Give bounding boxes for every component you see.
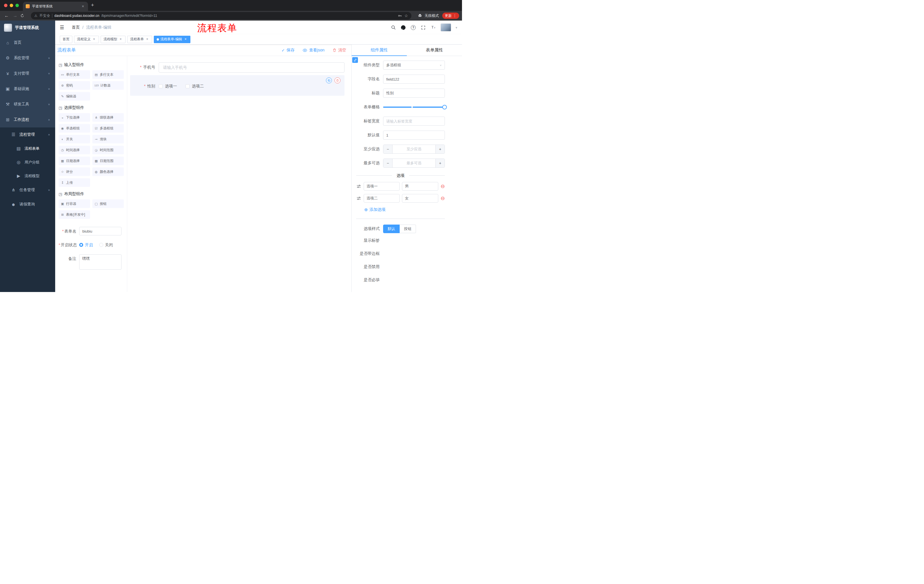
- form-canvas[interactable]: * 手机号: [127, 56, 351, 292]
- sidebar-logo[interactable]: 芋道管理系统: [0, 21, 55, 35]
- sidebar-item-task-management[interactable]: ⋔ 任务管理 ∨: [0, 183, 55, 197]
- security-label[interactable]: 不安全: [40, 13, 50, 18]
- option-value-input[interactable]: [402, 194, 438, 202]
- style-button-button[interactable]: 按钮: [400, 225, 416, 233]
- palette-item-time-picker[interactable]: ◷ 时间选择: [59, 146, 90, 154]
- tag-process-definition[interactable]: 流程定义 ×: [74, 36, 99, 43]
- palette-item-radio-group[interactable]: ◉ 单选框组: [59, 124, 90, 133]
- max-select-placeholder[interactable]: 最多可选: [393, 159, 436, 168]
- breadcrumb-home[interactable]: 首页: [72, 25, 80, 30]
- field-name-input[interactable]: [383, 74, 445, 84]
- add-option-button[interactable]: ⊕ 添加选项: [364, 207, 445, 212]
- radio-open[interactable]: 开启: [79, 240, 93, 249]
- chevron-down-icon[interactable]: ∨: [455, 26, 457, 29]
- palette-item-slider[interactable]: ⊸ 滑块: [92, 135, 124, 143]
- hamburger-icon[interactable]: ☰: [60, 25, 67, 31]
- browser-tab[interactable]: 芋道管理系统 ×: [23, 2, 88, 11]
- checkbox-option-1[interactable]: 选项一: [159, 84, 177, 89]
- sidebar-item-user-group[interactable]: ◎ 用户分组: [0, 155, 55, 169]
- copy-widget-button[interactable]: [326, 77, 332, 84]
- palette-item-select[interactable]: ◒ 下拉选择: [59, 113, 90, 122]
- tag-process-form[interactable]: 流程表单 ×: [127, 36, 152, 43]
- decrement-button[interactable]: −: [383, 145, 393, 153]
- tag-close-icon[interactable]: ×: [119, 38, 123, 41]
- drag-handle-icon[interactable]: [356, 184, 361, 189]
- save-button[interactable]: ✓ 保存: [282, 48, 295, 53]
- forward-icon[interactable]: →: [12, 13, 19, 18]
- tag-process-form-edit[interactable]: 流程表单-编辑 ×: [154, 36, 190, 43]
- label-width-input[interactable]: [383, 117, 445, 126]
- search-icon[interactable]: [391, 25, 396, 30]
- sidebar-item-process-management[interactable]: ☰ 流程管理 ∧: [0, 127, 55, 142]
- sidebar-item-leave-query[interactable]: ☻ 请假查询: [0, 197, 55, 211]
- tag-close-icon[interactable]: ×: [92, 38, 96, 41]
- option-label-input[interactable]: [364, 194, 400, 202]
- drag-handle-icon[interactable]: [356, 196, 361, 201]
- palette-item-single-line-text[interactable]: ▭ 单行文本: [59, 70, 90, 79]
- link-button[interactable]: [352, 57, 358, 63]
- palette-item-time-range[interactable]: ◶ 时间范围: [92, 146, 124, 154]
- palette-item-checkbox-group[interactable]: ☑ 多选框组: [92, 124, 124, 133]
- grid-slider[interactable]: [383, 102, 445, 112]
- option-value-input[interactable]: [402, 182, 438, 191]
- palette-item-editor[interactable]: ✎ 编辑器: [59, 92, 90, 100]
- title-input[interactable]: [383, 89, 445, 98]
- increment-button[interactable]: +: [436, 159, 445, 168]
- increment-button[interactable]: +: [436, 145, 445, 153]
- palette-item-password[interactable]: ⊛ 密码: [59, 81, 90, 90]
- minimize-window-button[interactable]: [10, 4, 13, 7]
- palette-item-multi-line-text[interactable]: ▤ 多行文本: [92, 70, 124, 79]
- sidebar-item-devtools[interactable]: ⚒ 研发工具 ∨: [0, 97, 55, 112]
- sidebar-item-process-form[interactable]: ▤ 流程表单: [0, 142, 55, 155]
- sidebar-item-payment[interactable]: ¥ 支付管理 ∨: [0, 66, 55, 81]
- view-json-button[interactable]: 查看json: [302, 48, 325, 53]
- tag-home[interactable]: 首页: [60, 36, 72, 43]
- palette-item-table[interactable]: ⊞ 表格[开发中]: [59, 210, 90, 219]
- tag-close-icon[interactable]: ×: [183, 38, 188, 41]
- github-icon[interactable]: [401, 25, 406, 30]
- canvas-field-gender-selected[interactable]: * 性别 选项一 选项二: [130, 75, 345, 96]
- delete-widget-button[interactable]: [335, 77, 340, 84]
- palette-item-date-picker[interactable]: ▦ 日期选择: [59, 156, 90, 165]
- palette-item-counter[interactable]: 123 计数器: [92, 81, 124, 90]
- new-tab-button[interactable]: +: [91, 2, 94, 9]
- password-key-icon[interactable]: [398, 13, 402, 18]
- avatar[interactable]: [441, 23, 451, 31]
- component-type-select[interactable]: 多选框组 ∨: [383, 61, 445, 70]
- min-select-placeholder[interactable]: 至少应选: [393, 145, 436, 153]
- palette-item-switch[interactable]: ◐ 开关: [59, 135, 90, 143]
- phone-input[interactable]: [159, 62, 345, 72]
- sidebar-item-process-model[interactable]: ▶ 流程模型: [0, 169, 55, 183]
- tag-process-model[interactable]: 流程模型 ×: [101, 36, 125, 43]
- radio-closed[interactable]: 关闭: [99, 240, 113, 249]
- palette-item-upload[interactable]: ↥ 上传: [59, 178, 90, 187]
- address-bar[interactable]: ⚠ 不安全 dashboard.yudao.iocoder.cn /bpm/ma…: [31, 12, 411, 20]
- bookmark-star-icon[interactable]: ☆: [404, 13, 408, 18]
- remove-option-icon[interactable]: ⊖: [441, 184, 445, 189]
- browser-menu-icon[interactable]: ⋮: [453, 14, 457, 18]
- sidebar-item-infrastructure[interactable]: ▣ 基础设施 ∨: [0, 81, 55, 97]
- help-icon[interactable]: ?: [411, 25, 416, 30]
- close-window-button[interactable]: [4, 4, 7, 7]
- tag-close-icon[interactable]: ×: [145, 38, 149, 41]
- sidebar-item-system[interactable]: ⚙ 系统管理 ∨: [0, 50, 55, 66]
- clear-button[interactable]: 清空: [332, 48, 346, 53]
- palette-item-rate[interactable]: ☆ 评分: [59, 168, 90, 176]
- browser-update-button[interactable]: 更新 ⋮: [442, 13, 459, 19]
- palette-item-row-container[interactable]: ▣ 行容器: [59, 199, 90, 208]
- sidebar-item-home[interactable]: ⌂ 首页: [0, 35, 55, 50]
- tab-component-props[interactable]: 组件属性: [351, 44, 407, 56]
- zoom-window-button[interactable]: [15, 4, 19, 7]
- remove-option-icon[interactable]: ⊖: [441, 196, 445, 201]
- style-default-button[interactable]: 默认: [383, 225, 400, 233]
- form-name-input[interactable]: [79, 227, 122, 235]
- font-size-icon[interactable]: T T: [431, 25, 436, 30]
- tab-form-props[interactable]: 表单属性: [407, 44, 462, 56]
- palette-item-button[interactable]: ▢ 按钮: [92, 199, 124, 208]
- option-label-input[interactable]: [364, 182, 400, 191]
- sidebar-item-workflow[interactable]: ⊞ 工作流程 ∧: [0, 112, 55, 127]
- default-value-input[interactable]: [383, 131, 445, 140]
- back-icon[interactable]: ←: [3, 13, 10, 18]
- palette-item-color-picker[interactable]: ◍ 颜色选择: [92, 168, 124, 176]
- reload-icon[interactable]: [20, 13, 28, 18]
